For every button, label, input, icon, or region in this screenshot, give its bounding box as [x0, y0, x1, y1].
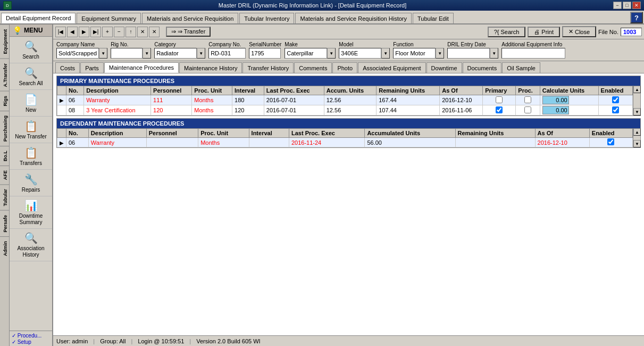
last-record-button[interactable]: ▶|: [90, 27, 101, 37]
th-proc-unit[interactable]: Proc. Unit: [198, 129, 249, 138]
tab-parts[interactable]: Parts: [80, 62, 104, 73]
th-description[interactable]: Description: [84, 86, 151, 95]
vert-tab-admin[interactable]: Admin: [0, 236, 9, 260]
vert-tab-purchasing[interactable]: Purchasing: [0, 111, 9, 146]
tab-maintenance-history[interactable]: Maintenance History: [179, 62, 242, 73]
tab-photo[interactable]: Photo: [332, 62, 357, 73]
th-personnel[interactable]: Personnel: [146, 129, 198, 138]
tab-tubular-inventory[interactable]: Tubular Inventory: [239, 13, 294, 23]
vert-tab-rigs[interactable]: Rigs: [0, 91, 9, 111]
th-enabled[interactable]: Enabled: [589, 129, 632, 138]
company-name-arrow[interactable]: ▼: [99, 48, 107, 59]
tab-downtime[interactable]: Downtime: [426, 62, 462, 73]
model-arrow[interactable]: ▼: [381, 48, 390, 59]
scroll-down-btn[interactable]: ▼: [633, 108, 641, 116]
sidebar-item-downtime-summary[interactable]: 📊 Downtime Summary: [10, 196, 52, 229]
primary-table-scroll[interactable]: No. Description Personnel Proc. Unit Int…: [57, 86, 633, 116]
function-select[interactable]: Floor Motor ▼: [393, 48, 444, 59]
th-interval[interactable]: Interval: [232, 86, 264, 95]
row-proc-check[interactable]: [516, 105, 540, 116]
row-enabled-check[interactable]: [589, 138, 632, 147]
th-accum-units[interactable]: Accum. Units: [324, 86, 376, 95]
first-record-button[interactable]: |◀: [55, 27, 66, 37]
search-button[interactable]: ?{ Search: [488, 27, 526, 37]
th-accumulated-units[interactable]: Accumulated Units: [365, 129, 455, 138]
minimize-button[interactable]: −: [613, 2, 622, 9]
tab-associated-equipment[interactable]: Associated Equipment: [358, 62, 425, 73]
print-button[interactable]: 🖨 Print: [528, 27, 560, 37]
row-description[interactable]: Warranty: [88, 138, 146, 147]
category-select[interactable]: Radiator ▼: [154, 48, 205, 59]
restore-button[interactable]: □: [623, 2, 631, 9]
next-record-button[interactable]: ▶: [79, 27, 89, 37]
row-description[interactable]: 3 Year Certification: [84, 105, 151, 116]
row-proc-check[interactable]: [516, 95, 540, 105]
vert-tab-equipment[interactable]: Equipment: [0, 24, 9, 59]
sidebar-item-new[interactable]: 📄 New: [10, 90, 52, 117]
tab-equipment-summary[interactable]: Equipment Summary: [77, 13, 141, 23]
vert-tab-afe[interactable]: AFE: [0, 166, 9, 184]
th-no[interactable]: No.: [66, 86, 84, 95]
dril-entry-select[interactable]: ▼: [447, 48, 498, 59]
prev-record-button[interactable]: ◀: [67, 27, 78, 37]
delete-record-button[interactable]: −: [114, 27, 124, 37]
th-interval[interactable]: Interval: [249, 129, 289, 138]
th-last-proc-exec[interactable]: Last Proc. Exec: [289, 129, 364, 138]
th-no[interactable]: No.: [66, 129, 89, 138]
th-remaining-units[interactable]: Remaining Units: [377, 86, 440, 95]
table-row[interactable]: ▶ 06 Warranty Months 2016-11-24 56.00: [57, 138, 633, 147]
th-as-of[interactable]: As Of: [535, 129, 589, 138]
vert-tab-atransfer[interactable]: A.Transfer: [0, 59, 9, 92]
table-row[interactable]: ▶ 06 Warranty 111 Months 180 2016-07-01 …: [57, 95, 633, 105]
dril-entry-arrow[interactable]: ▼: [490, 48, 498, 59]
tab-documents[interactable]: Documents: [463, 62, 502, 73]
dependant-scrollbar[interactable]: ▲ ▼: [633, 128, 640, 147]
model-select[interactable]: 3406E ▼: [339, 48, 390, 59]
tab-transfer-history[interactable]: Transfer History: [242, 62, 294, 73]
sidebar-item-repairs[interactable]: 🔧 Repairs: [10, 170, 52, 196]
dependant-table-scroll[interactable]: No. Description Personnel Proc. Unit Int…: [57, 128, 633, 147]
tab-materials-service-req[interactable]: Materials and Service Requisition: [142, 13, 238, 23]
table-row[interactable]: 08 3 Year Certification 120 Months 120 2…: [57, 105, 633, 116]
th-remaining-units[interactable]: Remaining Units: [455, 129, 535, 138]
company-name-select[interactable]: Sold/Scrapped ▼: [56, 48, 107, 59]
row-primary-check[interactable]: [483, 95, 516, 105]
cancel-record-button[interactable]: ✕: [137, 27, 148, 37]
vert-tab-bol[interactable]: Bo.L: [0, 146, 9, 166]
clear-button[interactable]: ✕: [149, 27, 160, 37]
additional-info-input[interactable]: [501, 48, 565, 59]
tab-costs[interactable]: Costs: [55, 62, 80, 73]
tab-detail-equipment-record[interactable]: Detail Equipment Record: [1, 13, 76, 23]
tab-comments[interactable]: Comments: [294, 62, 332, 73]
save-record-button[interactable]: ↑: [126, 27, 136, 37]
make-arrow[interactable]: ▼: [327, 48, 336, 59]
th-description[interactable]: Description: [88, 129, 146, 138]
help-button[interactable]: ?: [630, 12, 643, 23]
function-arrow[interactable]: ▼: [436, 48, 444, 59]
close-button[interactable]: ✕ Close: [562, 26, 596, 37]
vert-tab-persafe[interactable]: Persafe: [0, 210, 9, 237]
tab-maintenance-procedures[interactable]: Maintenance Procedures: [104, 62, 179, 73]
scroll-up-btn[interactable]: ▲: [633, 86, 641, 93]
rig-no-arrow[interactable]: ▼: [143, 48, 151, 59]
make-select[interactable]: Caterpillar ▼: [285, 48, 336, 59]
row-primary-check[interactable]: [483, 105, 516, 116]
sidebar-item-association-history[interactable]: 🔍 Association History: [10, 229, 52, 261]
sidebar-item-transfers[interactable]: 📋 Transfers: [10, 143, 52, 170]
vert-tab-tubular[interactable]: Tubular: [0, 184, 9, 210]
add-record-button[interactable]: +: [102, 27, 113, 37]
row-calc-units[interactable]: [540, 95, 598, 105]
tab-oil-sample[interactable]: Oil Sample: [502, 62, 540, 73]
serial-number-input[interactable]: 1795: [249, 48, 281, 59]
row-description[interactable]: Warranty: [84, 95, 151, 105]
tab-tubular-edit[interactable]: Tubular Edit: [413, 13, 454, 23]
row-calc-units[interactable]: [540, 105, 598, 116]
transfer-button[interactable]: ⇒ ⇒ Transfer: [166, 27, 211, 37]
th-primary[interactable]: Primary: [483, 86, 516, 95]
sidebar-item-search-all[interactable]: 🔍 Search All: [10, 63, 52, 90]
th-as-of[interactable]: As Of: [440, 86, 483, 95]
sidebar-item-search[interactable]: 🔍 Search: [10, 37, 52, 63]
th-last-proc-exec[interactable]: Last Proc. Exec: [264, 86, 324, 95]
th-proc[interactable]: Proc.: [516, 86, 540, 95]
rig-no-select[interactable]: ▼: [111, 48, 151, 59]
